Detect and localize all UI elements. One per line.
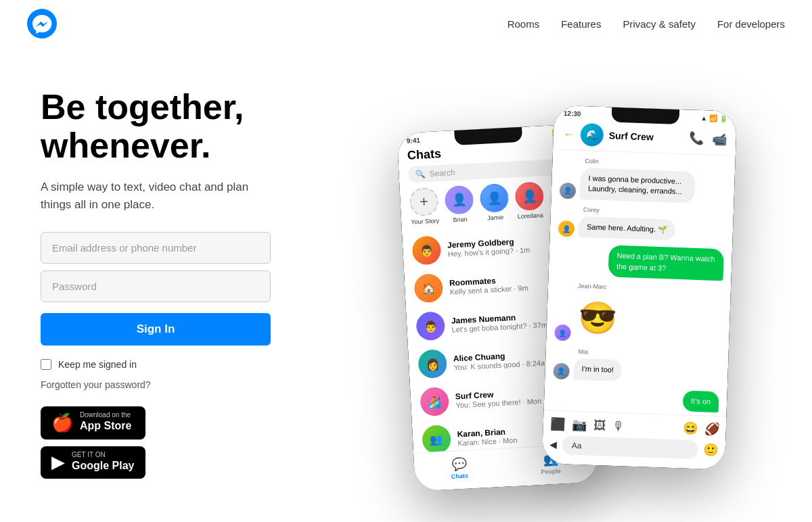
google-play-icon: ▶ <box>51 452 65 473</box>
search-placeholder: Search <box>429 168 455 179</box>
story-brian-avatar: 👤 <box>445 185 474 215</box>
emoji-button[interactable]: 🙂 <box>703 442 719 458</box>
nav-privacy[interactable]: Privacy & safety <box>623 18 696 30</box>
hero-subtitle: A simple way to text, video chat and pla… <box>41 179 271 213</box>
logo[interactable] <box>27 9 57 39</box>
message-group: Corey 👤 Same here. Adulting. 🌱 <box>558 206 725 243</box>
story-brian-label: Brian <box>453 216 468 223</box>
sign-in-button[interactable]: Sign In <box>41 313 271 346</box>
phone2-input-row: ◀ Aa 🙂 <box>549 435 719 460</box>
nav-features[interactable]: Features <box>561 18 601 30</box>
story-jamie-avatar: 👤 <box>479 183 509 213</box>
video-call-icon[interactable]: 📹 <box>711 132 727 147</box>
search-icon: 🔍 <box>415 169 426 179</box>
message-input[interactable]: Aa <box>562 435 698 459</box>
chat-avatar: 👨 <box>415 311 445 341</box>
message-row: 👤 I was gonna be productive... Laundry, … <box>560 167 727 204</box>
input-placeholder: Aa <box>572 441 582 451</box>
message-row: 👤 I'm in too! <box>553 358 720 385</box>
keep-signed-row: Keep me signed in <box>41 359 338 370</box>
password-field[interactable] <box>41 270 271 302</box>
svg-point-0 <box>27 9 57 39</box>
sender-avatar: 👤 <box>558 220 575 237</box>
message-row: 👤 😎 <box>554 292 722 347</box>
phone2-bottom-icons: ⬛ 📷 🖼 🎙 😄 🏈 <box>550 417 720 437</box>
message-row: It's on <box>552 385 719 412</box>
chats-icon: 💬 <box>451 456 467 472</box>
message-bubble: I was gonna be productive... Laundry, cl… <box>579 168 696 204</box>
gallery-icon[interactable]: 🖼 <box>593 418 606 433</box>
message-bubble: Need a plan B? Wanna watch the game at 3… <box>608 245 725 281</box>
chats-label: Chats <box>451 473 469 480</box>
story-loredana-label: Loredana <box>518 212 544 220</box>
football-icon[interactable]: 🏈 <box>704 421 719 437</box>
phone-call-icon[interactable]: 📞 <box>688 130 704 146</box>
message-group: Jean-Marc 👤 😎 <box>554 282 723 347</box>
story-loredana-avatar: 👤 <box>514 181 544 211</box>
app-store-badge[interactable]: 🍎 Download on the App Store <box>41 406 145 439</box>
phone2-input-area: ⬛ 📷 🖼 🎙 😄 🏈 ◀ Aa 🙂 <box>542 410 727 469</box>
chat-avatar: 👨 <box>411 235 441 265</box>
phone1-title: Chats <box>407 147 442 163</box>
apple-icon: 🍎 <box>51 412 73 433</box>
nav-chats-tab[interactable]: 💬 Chats <box>450 456 468 480</box>
chat-avatar: 🏄 <box>420 387 449 417</box>
message-bubble: I'm in too! <box>573 358 622 381</box>
sticker-icon[interactable]: 😄 <box>682 421 698 436</box>
phone1-time: 9:41 <box>407 137 421 145</box>
keep-signed-checkbox[interactable] <box>41 359 51 370</box>
phone2-icons: ▲ 📶 🔋 <box>700 114 727 122</box>
hero-title: Be together, whenever. <box>41 88 338 165</box>
google-play-badge[interactable]: ▶ GET IT ON Google Play <box>41 446 145 479</box>
left-panel: Be together, whenever. A simple way to t… <box>41 74 338 479</box>
phone-surf-crew: 12:30 ▲ 📶 🔋 ← 🌊 Surf Crew 📞 📹 <box>542 105 737 469</box>
message-bubble: It's on <box>683 390 719 412</box>
story-add[interactable]: + Your Story <box>409 187 440 225</box>
nav-links: Rooms Features Privacy & safety For deve… <box>508 18 785 30</box>
message-bubble: Same here. Adulting. 🌱 <box>579 216 676 241</box>
messages-list: Colin 👤 I was gonna be productive... Lau… <box>543 149 736 448</box>
email-field[interactable] <box>41 232 271 264</box>
send-back-icon[interactable]: ◀ <box>549 439 558 450</box>
chat-info: Jeremy Goldberg Hey, how's it going? · 1… <box>447 235 564 258</box>
sender-avatar: 👤 <box>560 183 577 199</box>
chat-avatar: 👩 <box>418 349 447 379</box>
story-loredana[interactable]: 👤 Loredana <box>514 181 545 220</box>
group-avatar: 🌊 <box>580 123 604 147</box>
sender-avatar: 👤 <box>554 325 571 341</box>
nav-rooms[interactable]: Rooms <box>508 18 540 30</box>
add-story-avatar: + <box>409 187 439 216</box>
chat-avatar: 👥 <box>422 425 451 454</box>
google-play-small: GET IT ON <box>72 452 134 458</box>
chat-avatar: 🏠 <box>413 273 443 303</box>
phone2-notch <box>612 107 680 124</box>
phone2-screen: 12:30 ▲ 📶 🔋 ← 🌊 Surf Crew 📞 📹 <box>542 105 737 469</box>
sender-avatar: 👤 <box>553 362 570 379</box>
message-row: 👤 Same here. Adulting. 🌱 <box>558 216 725 243</box>
message-group: Colin 👤 I was gonna be productive... Lau… <box>560 157 727 204</box>
nav-developers[interactable]: For developers <box>717 18 785 30</box>
phones-illustration: 9:41 📶 🔋 Chats ✏️ 🔍 Search + Yo <box>352 74 771 514</box>
group-name: Surf Crew <box>609 130 683 143</box>
app-store-small: Download on the <box>80 412 131 419</box>
app-store-big: App Store <box>80 419 131 433</box>
google-play-big: Google Play <box>72 458 134 473</box>
message-bubble: 😎 <box>574 293 620 343</box>
app-badges: 🍎 Download on the App Store ▶ GET IT ON … <box>41 406 338 479</box>
story-jamie-label: Jamie <box>487 214 504 221</box>
story-brian[interactable]: 👤 Brian <box>445 185 475 224</box>
main-content: Be together, whenever. A simple way to t… <box>0 47 812 514</box>
phone2-actions: 📞 📹 <box>688 130 727 147</box>
forgot-password-link[interactable]: Forgotten your password? <box>41 379 338 390</box>
people-label: People <box>541 467 561 475</box>
grid-icon[interactable]: ⬛ <box>550 417 566 432</box>
back-icon[interactable]: ← <box>562 126 575 141</box>
story-jamie[interactable]: 👤 Jamie <box>479 183 510 222</box>
mic-icon[interactable]: 🎙 <box>612 419 625 433</box>
message-row: Need a plan B? Wanna watch the game at 3… <box>557 243 724 281</box>
message-group: Mia 👤 I'm in too! <box>553 348 720 385</box>
story-add-label: Your Story <box>411 217 439 225</box>
camera-icon[interactable]: 📷 <box>571 417 587 433</box>
keep-signed-label: Keep me signed in <box>58 359 137 370</box>
navbar: Rooms Features Privacy & safety For deve… <box>0 0 812 47</box>
